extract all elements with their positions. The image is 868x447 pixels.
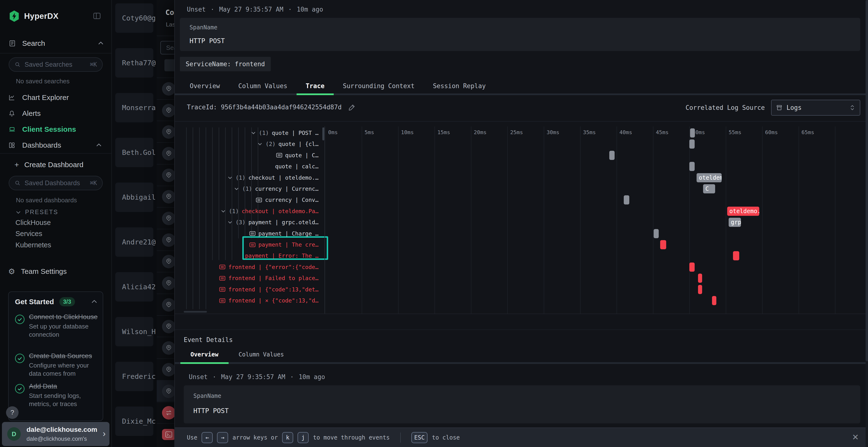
get-started-task[interactable]: Add DataStart sending logs, metrics, or … [14, 382, 99, 408]
span-tree-row[interactable]: (1)quote | POST … [175, 128, 322, 138]
session-event-row[interactable] [157, 402, 175, 423]
session-event-row[interactable] [157, 207, 175, 229]
location-pin-icon[interactable] [162, 320, 176, 333]
span-duration-bar[interactable] [660, 240, 666, 249]
horizontal-scrollbar[interactable] [184, 311, 207, 313]
help-button[interactable]: ? [6, 406, 19, 419]
span-duration-bar[interactable] [733, 251, 739, 260]
session-card[interactable]: Frederic [115, 362, 153, 391]
vertical-scrollbar[interactable] [322, 128, 324, 140]
service-name-chip[interactable]: ServiceName: frontend [180, 57, 271, 71]
span-tree-row[interactable]: payment | The cre… [175, 239, 322, 250]
sidebar-item-chart-explorer[interactable]: Chart Explorer [0, 90, 112, 105]
session-card[interactable]: Retha77@ [115, 48, 153, 77]
overlay-scrollbar-track[interactable] [866, 0, 868, 447]
saved-dashboards-input[interactable]: Saved Dashboards ⌘K [9, 176, 103, 190]
location-pin-icon[interactable] [162, 125, 176, 139]
location-pin-icon[interactable] [162, 276, 176, 290]
get-started-task[interactable]: Create Data SourcesConfigure where your … [14, 352, 99, 378]
location-pin-icon[interactable] [162, 82, 176, 96]
span-duration-bar[interactable] [712, 296, 716, 305]
span-tree-row[interactable]: (1)checkout | oteldemo.… [175, 172, 322, 183]
chevron-down-icon[interactable] [227, 175, 233, 180]
session-card[interactable]: Wilson_H [115, 317, 153, 346]
navigation-swap-icon[interactable] [162, 406, 176, 419]
span-tree-row[interactable]: payment | Charge … [175, 228, 322, 239]
session-event-row[interactable] [157, 186, 175, 207]
span-duration-bar[interactable] [698, 285, 702, 294]
chevron-down-icon[interactable] [234, 186, 239, 192]
sidebar-item-alerts[interactable]: Alerts [0, 106, 112, 121]
session-event-row[interactable] [157, 121, 175, 142]
session-event-row[interactable] [157, 272, 175, 294]
saved-searches-input[interactable]: Saved Searches ⌘K [9, 57, 103, 72]
location-pin-icon[interactable] [162, 147, 176, 161]
session-card[interactable]: Dixie_Mc [115, 407, 153, 436]
edit-pencil-icon[interactable] [348, 104, 355, 111]
span-tree-row[interactable]: (1)checkout | oteldemo.Pa… [175, 206, 322, 217]
session-event-row[interactable] [157, 294, 175, 315]
span-duration-bar[interactable] [698, 274, 702, 283]
collapse-sidebar-icon[interactable] [92, 11, 102, 21]
span-tree-row[interactable]: payment | Error: The … [175, 250, 322, 261]
span-duration-bar[interactable]: oteldemo. [727, 207, 759, 216]
sidebar-item-search[interactable]: Search [9, 38, 104, 48]
span-duration-bar[interactable] [609, 151, 615, 160]
session-event-row[interactable] [157, 142, 175, 164]
session-event-row[interactable] [157, 337, 175, 358]
chevron-down-icon[interactable] [221, 209, 226, 214]
session-event-row[interactable] [157, 315, 175, 337]
terminal-icon[interactable] [162, 429, 176, 440]
span-duration-bar[interactable] [689, 139, 695, 148]
arrow-right-key[interactable]: → [217, 432, 228, 443]
span-tree-row[interactable]: (2)quote | {cl… [175, 138, 322, 149]
session-card[interactable]: Beth.Gol [115, 138, 153, 167]
span-tree-row[interactable]: quote | C… [175, 150, 322, 161]
tab-session-replay[interactable]: Session Replay [424, 78, 495, 95]
session-card[interactable]: Coty60@g [115, 3, 153, 33]
session-event-row[interactable] [157, 77, 175, 99]
chevron-up-icon[interactable] [91, 298, 98, 305]
k-key[interactable]: k [282, 432, 293, 443]
span-tree-row[interactable]: (1)currency | Currenc… [175, 183, 322, 194]
span-duration-bar[interactable]: C [703, 184, 715, 194]
log-source-select[interactable]: Logs [771, 100, 860, 115]
arrow-left-key[interactable]: ← [202, 432, 213, 443]
location-pin-icon[interactable] [162, 169, 176, 182]
span-tree-row[interactable]: frontend | {"code":13,"det… [175, 284, 322, 295]
span-tree-row[interactable]: frontend | Failed to place… [175, 273, 322, 284]
sidebar-item-client-sessions[interactable]: Client Sessions [0, 122, 112, 137]
span-duration-bar[interactable] [654, 229, 659, 238]
location-pin-icon[interactable] [162, 363, 176, 376]
panel-divider[interactable] [324, 127, 325, 314]
chevron-down-icon[interactable] [227, 220, 233, 225]
location-pin-icon[interactable] [162, 298, 176, 312]
sidebar-item-services[interactable]: Services [16, 230, 42, 238]
get-started-task[interactable]: Connect to ClickHouseSet up your databas… [14, 313, 99, 339]
j-key[interactable]: j [298, 432, 309, 443]
span-duration-bar[interactable] [689, 263, 695, 272]
span-duration-bar[interactable]: grp [728, 218, 741, 227]
span-tree-row[interactable]: frontend | {"error":{"code… [175, 262, 322, 273]
session-event-row[interactable] [157, 99, 175, 121]
location-pin-icon[interactable] [162, 104, 176, 117]
chevron-down-icon[interactable] [257, 141, 262, 147]
span-tree-row[interactable]: (3)payment | grpc.oteld… [175, 217, 322, 228]
span-duration-bar[interactable] [689, 162, 695, 171]
sidebar-item-kubernetes[interactable]: Kubernetes [16, 241, 51, 249]
chevron-up-icon[interactable] [97, 40, 104, 47]
tab-overview[interactable]: Overview [181, 78, 229, 95]
esc-key[interactable]: ESC [411, 432, 428, 443]
create-dashboard-button[interactable]: + Create Dashboard [14, 160, 84, 170]
presets-header[interactable]: PRESETS [16, 209, 58, 215]
chevron-up-icon[interactable] [95, 142, 102, 148]
session-event-row[interactable] [157, 358, 175, 380]
span-tree-row[interactable]: currency | Conv… [175, 194, 322, 205]
overlay-scrollbar-thumb[interactable] [866, 0, 868, 361]
session-event-row[interactable] [157, 423, 175, 445]
span-tree-row[interactable]: quote | calc… [175, 161, 322, 172]
sidebar-item-team-settings[interactable]: ⚙ Team Settings [8, 265, 112, 278]
location-pin-icon[interactable] [162, 341, 176, 355]
session-card[interactable]: Alicia42 [115, 272, 153, 302]
session-event-row[interactable] [157, 250, 175, 272]
